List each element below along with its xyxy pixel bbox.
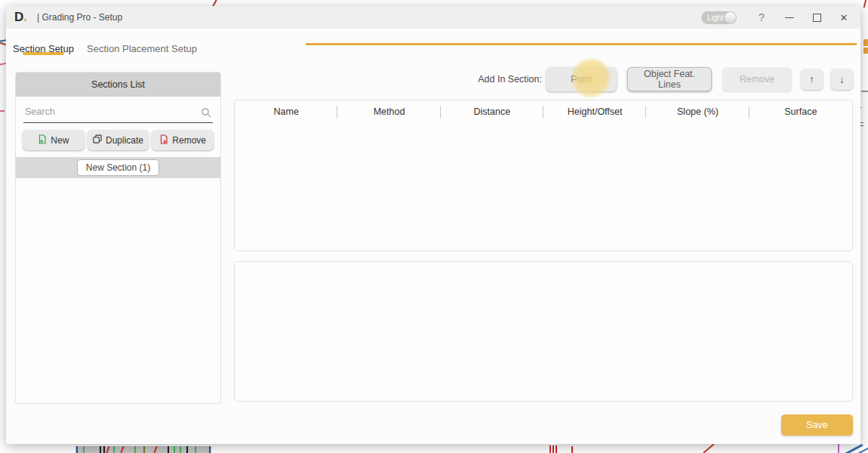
active-tab-underline (23, 52, 64, 55)
theme-toggle-knob (725, 12, 736, 23)
background-cad-fragment (553, 445, 554, 453)
duplicate-section-button[interactable]: Duplicate (88, 130, 149, 150)
background-cad-fragment (863, 39, 868, 46)
up-arrow-icon: ↑ (809, 73, 814, 85)
background-cad-fragment (0, 63, 6, 66)
add-in-section-toolbar: Add In Section: Point Object Feat. Lines… (383, 67, 853, 91)
add-object-feat-lines-button[interactable]: Object Feat. Lines (627, 67, 712, 91)
duplicate-icon (93, 134, 102, 146)
title-bar: D. | Grading Pro - Setup Light ? ✕ (6, 6, 860, 29)
section-rows-table: Name Method Distance Height/Offset Slope… (234, 100, 853, 251)
minimize-icon[interactable] (783, 11, 796, 23)
add-in-section-label: Add In Section: (478, 74, 542, 85)
accent-divider-line (306, 43, 857, 45)
background-cad-fragment (549, 445, 551, 453)
new-section-button[interactable]: New (23, 130, 85, 150)
background-cad-fragment (556, 445, 557, 453)
background-cad-section-bar (75, 446, 211, 453)
section-preview-panel (234, 261, 853, 402)
search-icon (201, 107, 211, 121)
close-icon[interactable]: ✕ (838, 11, 850, 23)
move-down-button[interactable]: ↓ (831, 69, 853, 90)
column-header-method: Method (337, 100, 440, 123)
search-input[interactable] (23, 103, 213, 122)
section-actions-row: New Duplicate Remove (23, 130, 214, 150)
remove-section-list-button[interactable]: Remove (152, 130, 214, 150)
background-cad-fragment (863, 48, 868, 54)
background-cad-fragment (857, 447, 868, 453)
app-logo: D. (14, 10, 27, 25)
maximize-icon[interactable] (811, 11, 823, 23)
help-icon[interactable]: ? (755, 11, 768, 23)
remove-row-button[interactable]: Remove (722, 67, 792, 91)
background-cad-fragment (863, 0, 866, 8)
move-up-button[interactable]: ↑ (801, 69, 823, 90)
column-header-height-offset: Height/Offset (543, 100, 646, 123)
table-header-row: Name Method Distance Height/Offset Slope… (235, 100, 852, 123)
background-cad-fragment (861, 91, 868, 92)
column-header-name: Name (235, 100, 337, 123)
sections-list-header: Sections List (16, 72, 220, 97)
new-document-icon (38, 134, 47, 146)
grading-pro-setup-dialog: D. | Grading Pro - Setup Light ? ✕ Secti… (6, 6, 860, 444)
background-cad-fragment (0, 110, 5, 112)
background-cad-fragment (571, 446, 573, 453)
background-cad-fragment (838, 444, 839, 453)
window-title: | Grading Pro - Setup (37, 12, 122, 23)
column-header-surface: Surface (749, 100, 852, 123)
down-arrow-icon: ↓ (839, 73, 845, 85)
theme-toggle-label: Light (707, 14, 724, 22)
sections-list-panel: Sections List New (15, 72, 221, 404)
save-button[interactable]: Save (781, 414, 853, 436)
section-item-label: New Section (1) (77, 159, 159, 176)
remove-document-icon (159, 134, 168, 146)
section-list-item[interactable]: New Section (1) (16, 157, 220, 178)
background-cad-fragment (703, 443, 714, 453)
search-field-row (23, 103, 213, 123)
theme-toggle[interactable]: Light (701, 11, 737, 24)
background-cad-fragment (0, 42, 6, 45)
add-point-button[interactable]: Point (546, 67, 617, 91)
column-header-distance: Distance (441, 100, 543, 123)
column-header-slope: Slope (%) (646, 100, 749, 123)
tab-section-placement-setup[interactable]: Section Placement Setup (87, 43, 197, 54)
